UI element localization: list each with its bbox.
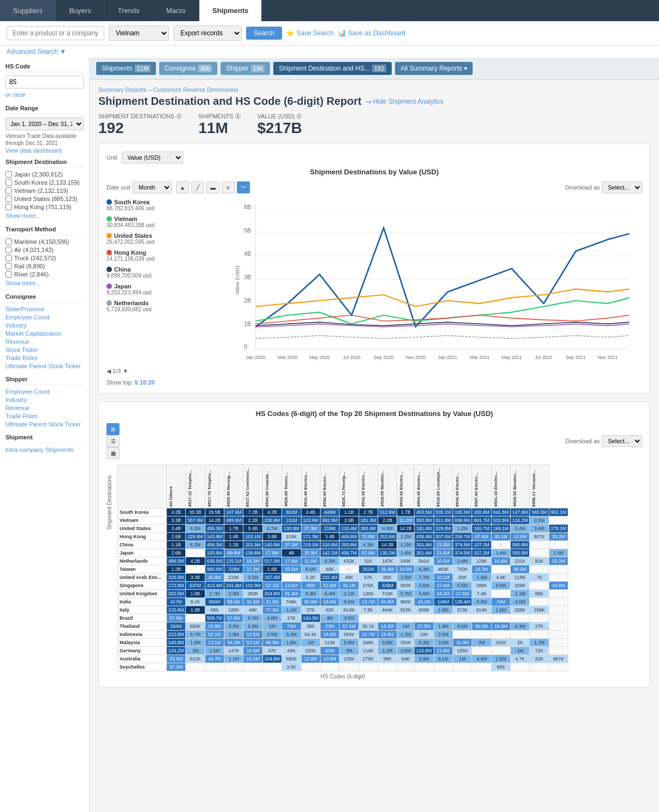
date-range-select[interactable]: Jan 1, 2020 – Dec 31, 2021 [5, 117, 84, 130]
cell-6-5: 517.3M [262, 557, 281, 565]
transport-truck[interactable]: Truck (242,572) [5, 255, 84, 261]
nav-tab-macro[interactable]: Macro [153, 0, 199, 21]
customize-link[interactable]: Customize [153, 86, 181, 93]
download-select[interactable]: Select... PNG CSV [602, 181, 642, 193]
nav-tab-suppliers[interactable]: Suppliers [0, 0, 56, 21]
reverse-link[interactable]: Reverse Dimensions [183, 86, 238, 93]
row-label-16: Malaysia [118, 639, 167, 647]
cell-8-19: 70 [530, 574, 549, 582]
cell-9-8: 52.6M [320, 582, 339, 590]
consignee-employee-count[interactable]: Employee Count [5, 314, 84, 320]
cell-17-6: 49K [282, 647, 301, 655]
chart-area-icon[interactable]: ▲ [176, 181, 189, 193]
country-select[interactable]: Vietnam United States China [109, 26, 169, 41]
cell-10-15: 17.6M [453, 590, 472, 598]
save-search-button[interactable]: ⭐ Save Search [286, 29, 334, 37]
table-row: Thailand264M650K19.8M3.2M6.3M1M72M38K23M… [118, 622, 568, 631]
consignee-state-province[interactable]: State/Province [5, 306, 84, 312]
transport-show-more[interactable]: Show more... [5, 280, 41, 286]
consignee-ultimate-parent[interactable]: Ultimate Parent Stock Ticker [5, 363, 84, 369]
destination-united-states[interactable]: United States (885,123) [5, 196, 84, 202]
table-row: Australia29.6M912K44.7M1.1M10.4M104.8M55… [118, 655, 568, 663]
shipper-ultimate-parent[interactable]: Ultimate Parent Stock Ticker [5, 421, 84, 427]
cell-0-4: 7.2B [243, 508, 262, 517]
cell-11-10: 13.7M [359, 598, 378, 606]
destination-vietnam[interactable]: Vietnam (2,132,119) [5, 187, 84, 194]
consignee-revenue[interactable]: Revenue [5, 338, 84, 345]
search-input[interactable] [7, 26, 104, 40]
cell-5-4: 138.6M [243, 549, 262, 557]
cell-3-3: 1.4B [224, 533, 243, 541]
breadcrumb-link[interactable]: Summary Reports [98, 86, 147, 93]
destination-hong-kong[interactable]: Hong Kong (751,119) [5, 204, 84, 210]
tab-shipments[interactable]: Shipments 11M [96, 62, 156, 75]
export-select[interactable]: Export records Export summary [173, 26, 242, 41]
nav-tab-buyers[interactable]: Buyers [56, 0, 104, 21]
heatmap-grid-icon[interactable]: ⊞ [106, 423, 120, 435]
destination-show-more[interactable]: Show more... [5, 212, 41, 219]
transport-rail[interactable]: Rail (8,890) [5, 263, 84, 269]
show-top-20[interactable]: 20 [148, 379, 154, 386]
tab-shipment-destination[interactable]: Shipment Destination and HS... 192 [273, 62, 392, 75]
cell-1-10: 181.3M [359, 517, 378, 525]
nav-tab-shipments[interactable]: Shipments [199, 0, 262, 21]
destination-japan[interactable]: Japan (2,300,612) [5, 171, 84, 178]
tab-shipper[interactable]: Shipper 14k [221, 62, 270, 75]
show-top-10[interactable]: 10 [140, 379, 146, 386]
cell-6-20: 33.2M [549, 557, 568, 565]
destination-south-korea[interactable]: South Korea (2,133,159) [5, 179, 84, 186]
clear-link[interactable]: or clear [5, 91, 26, 98]
transport-maritime[interactable]: Maritime (4,150,596) [5, 238, 84, 245]
chart-line-icon[interactable]: ╱ [191, 181, 204, 193]
transport-river[interactable]: River (2,846) [5, 271, 84, 278]
show-top-5[interactable]: 5 [135, 379, 138, 386]
unit-select[interactable]: Value (USD) Shipment Count [122, 152, 183, 163]
shipper-industry[interactable]: Industry [5, 396, 84, 403]
col-header-14: 8518.29 Loudspe... [434, 465, 453, 508]
heatmap-download-select[interactable]: Select... PNG CSV [602, 435, 642, 447]
cell-18-17: 1.5M [491, 655, 510, 663]
heatmap-download-label: Download as [565, 438, 600, 444]
cell-4-12: 1.2M [397, 541, 415, 549]
svg-text:Jan 2021: Jan 2021 [438, 355, 457, 360]
stat-value-value: $217B [257, 119, 302, 137]
date-unit-select[interactable]: Month Quarter Year [133, 181, 172, 193]
hide-analytics-link[interactable]: ↝ Hide Shipment Analytics [366, 98, 443, 105]
transport-air[interactable]: Air (4,021,142) [5, 247, 84, 253]
shipper-employee-count[interactable]: Employee Count [5, 388, 84, 395]
row-label-5: Japan [118, 549, 167, 557]
cell-15-5: 9.5M [262, 631, 281, 639]
chart-bar-icon[interactable]: ▬ [206, 181, 219, 193]
intra-company-link[interactable]: Intra-company Shipments [5, 446, 84, 453]
cell-1-6: 131M [282, 517, 301, 525]
cell-18-12: 64K [397, 655, 415, 663]
shipper-trade-roles[interactable]: Trade Roles [5, 413, 84, 419]
cell-16-16: 2M [472, 639, 491, 647]
chart-stacked-icon[interactable]: ≡ [222, 181, 235, 193]
save-dashboard-button[interactable]: 📊 Save as Dashboard [338, 29, 405, 37]
tab-all-summary[interactable]: All Summary Reports ▾ [395, 62, 473, 75]
cell-6-19: 81K [530, 557, 549, 565]
hs-code-input[interactable] [5, 75, 84, 89]
heatmap-list-icon[interactable]: ☰ [106, 435, 120, 447]
cell-12-19: 156K [530, 606, 549, 614]
cell-17-8: 63M [320, 647, 339, 655]
advanced-search-link[interactable]: Advanced Search ▼ [7, 48, 66, 55]
cell-15-18 [511, 631, 530, 639]
consignee-trade-roles[interactable]: Trade Roles [5, 355, 84, 361]
consignee-market-cap[interactable]: Market Capitalization [5, 330, 84, 337]
cell-9-1: 637M [186, 582, 205, 590]
consignee-industry[interactable]: Industry [5, 322, 84, 329]
heatmap-tile-icon[interactable]: ▦ [106, 447, 120, 459]
consignee-stock-ticker[interactable]: Stock Ticker [5, 347, 84, 353]
shipper-revenue[interactable]: Revenue [5, 405, 84, 411]
tab-consignee[interactable]: Consignee 36k [159, 62, 217, 75]
cell-13-0: 87.8M [167, 614, 186, 622]
nav-tab-trends[interactable]: Trends [105, 0, 153, 21]
search-button[interactable]: Search [246, 27, 282, 40]
cell-0-10: 2.7B [359, 508, 378, 517]
chart-trend-icon[interactable]: 〜 [237, 181, 250, 193]
chart-content: South Korea 88,782,815,406 usd Vietnam 3… [106, 199, 642, 363]
cell-2-15: 1.2M [453, 525, 472, 533]
view-dashboard-link[interactable]: View data dashboard [5, 147, 61, 154]
